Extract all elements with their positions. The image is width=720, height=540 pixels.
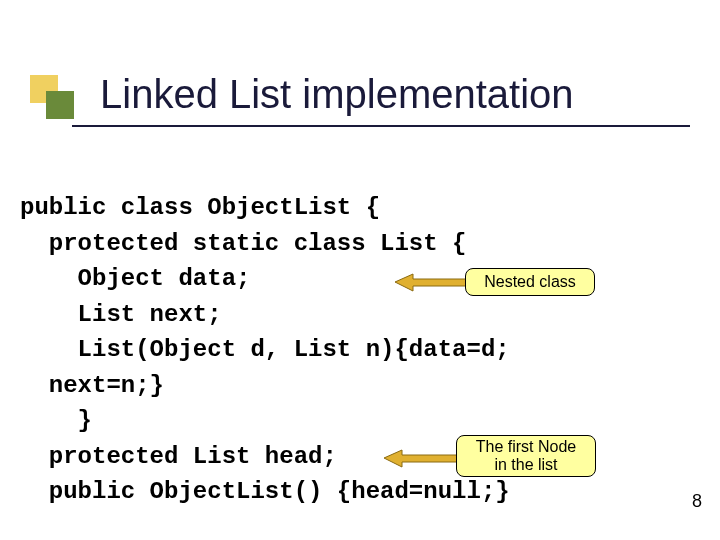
callout-first-node: The first Node in the list — [456, 435, 596, 477]
code-block: public class ObjectList { protected stat… — [20, 190, 700, 510]
slide-title: Linked List implementation — [100, 72, 574, 117]
title-bar: Linked List implementation — [30, 70, 690, 140]
code-line-3: Object data; — [20, 261, 700, 297]
code-line-7: } — [20, 403, 700, 439]
page-number: 8 — [692, 491, 702, 512]
callout-first-node-line2: in the list — [476, 456, 576, 474]
callout-nested: Nested class — [465, 268, 595, 296]
code-line-1: public class ObjectList { — [20, 190, 700, 226]
callout-nested-text: Nested class — [484, 273, 576, 291]
code-line-8: protected List head; — [20, 439, 700, 475]
code-line-4: List next; — [20, 297, 700, 333]
callout-first-node-line1: The first Node — [476, 438, 576, 456]
code-line-9: public ObjectList() {head=null;} — [20, 474, 700, 510]
code-line-6: next=n;} — [20, 368, 700, 404]
title-underline — [72, 125, 690, 127]
code-line-2: protected static class List { — [20, 226, 700, 262]
title-decoration-icon — [30, 75, 72, 117]
code-line-5: List(Object d, List n){data=d; — [20, 332, 700, 368]
green-square-icon — [46, 91, 74, 119]
